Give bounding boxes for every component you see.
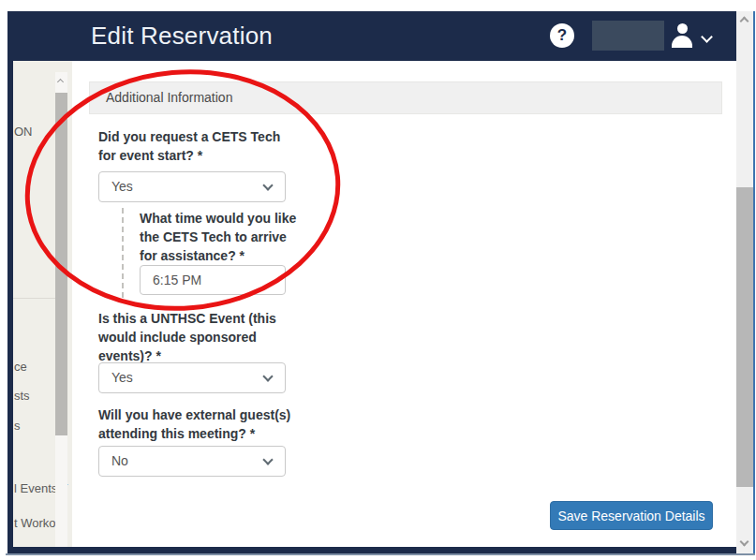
sidebar-item-clipped-3[interactable]: sts	[14, 389, 30, 403]
unthsc-event-select-value: Yes	[111, 363, 133, 392]
user-icon-shoulders	[672, 36, 692, 48]
sidebar-scrollbar[interactable]	[55, 72, 67, 547]
page-bottom-rail	[7, 547, 736, 553]
question-external-guests-label: Will you have external guest(s) attendin…	[98, 405, 309, 443]
sidebar-item-clipped-2[interactable]: ce	[14, 360, 27, 374]
chevron-down-icon	[262, 454, 273, 464]
sidebar-scroll-up-icon[interactable]	[57, 79, 64, 85]
sidebar: ON ce sts s l Events T t Workor	[13, 61, 72, 547]
nested-question-indent-line	[122, 208, 124, 298]
chevron-down-icon	[262, 371, 273, 381]
section-header: Additional Information	[89, 81, 722, 114]
page-scrollbar[interactable]	[736, 11, 755, 553]
sidebar-item-clipped-4[interactable]: s	[14, 419, 21, 433]
sidebar-scrollbar-thumb[interactable]	[55, 93, 67, 435]
question-unthsc-event-label: Is this a UNTHSC Event (this would inclu…	[98, 309, 295, 365]
unthsc-event-select[interactable]: Yes	[98, 362, 286, 393]
page-scroll-up-icon[interactable]	[740, 17, 749, 26]
page-scrollbar-thumb[interactable]	[736, 187, 753, 487]
edit-reservation-screen: Edit Reservation ? ON ce sts s l Events …	[0, 0, 756, 560]
sidebar-item-clipped-1[interactable]: ON	[14, 125, 33, 139]
chevron-down-icon	[262, 180, 273, 190]
arrival-time-input[interactable]	[140, 265, 286, 295]
redacted-username[interactable]	[592, 21, 664, 51]
question-arrival-time-label: What time would you like the CETS Tech t…	[140, 209, 297, 265]
save-reservation-button[interactable]: Save Reservation Details	[550, 501, 713, 530]
external-guests-select-value: No	[111, 447, 128, 476]
user-account-icon[interactable]	[671, 23, 693, 49]
main-panel: Additional Information Did you request a…	[72, 61, 736, 547]
cets-tech-select[interactable]: Yes	[98, 171, 286, 202]
user-icon-head	[677, 23, 688, 34]
external-guests-select[interactable]: No	[98, 446, 286, 477]
sidebar-divider	[13, 298, 55, 299]
help-icon[interactable]: ?	[550, 23, 574, 48]
sidebar-item-clipped-6[interactable]: t Workor	[14, 516, 60, 530]
app-header: Edit Reservation ?	[7, 11, 736, 61]
window-bottom-border	[6, 553, 755, 555]
user-menu-chevron-down-icon[interactable]	[701, 31, 713, 43]
question-cets-tech-label: Did you request a CETS Tech for event st…	[98, 127, 290, 165]
page-scroll-down-icon[interactable]	[740, 538, 749, 547]
cets-tech-select-value: Yes	[111, 172, 133, 201]
page-title: Edit Reservation	[91, 11, 273, 61]
